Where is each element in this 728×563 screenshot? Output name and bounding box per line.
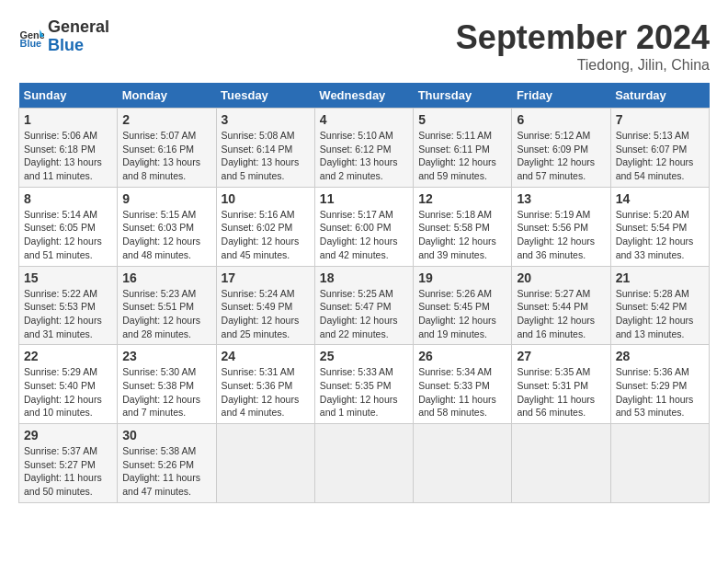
day-info: Sunrise: 5:18 AM Sunset: 5:58 PM Dayligh… [418,208,506,262]
day-number: 5 [418,112,506,127]
day-info: Sunrise: 5:23 AM Sunset: 5:51 PM Dayligh… [122,287,210,341]
day-number: 28 [616,349,704,363]
calendar-cell: 5Sunrise: 5:11 AM Sunset: 6:11 PM Daylig… [414,109,512,188]
day-number: 18 [320,270,408,285]
calendar-cell: 18Sunrise: 5:25 AM Sunset: 5:47 PM Dayli… [314,266,413,345]
day-number: 17 [222,270,310,285]
weekday-friday: Friday [512,83,610,109]
day-info: Sunrise: 5:15 AM Sunset: 6:03 PM Dayligh… [122,208,210,262]
day-number: 25 [320,349,408,363]
calendar-cell: 2Sunrise: 5:07 AM Sunset: 6:16 PM Daylig… [118,109,216,188]
day-number: 6 [517,112,605,127]
logo-icon: General Blue [18,24,44,50]
weekday-tuesday: Tuesday [216,83,314,109]
calendar-cell: 14Sunrise: 5:20 AM Sunset: 5:54 PM Dayli… [610,187,709,266]
logo: General Blue General Blue [18,18,109,55]
calendar-cell [314,424,413,503]
week-row-4: 22Sunrise: 5:29 AM Sunset: 5:40 PM Dayli… [19,345,710,424]
day-number: 23 [122,349,210,363]
day-number: 2 [122,112,210,127]
day-number: 3 [222,112,310,127]
day-info: Sunrise: 5:26 AM Sunset: 5:45 PM Dayligh… [418,287,506,341]
calendar-cell: 15Sunrise: 5:22 AM Sunset: 5:53 PM Dayli… [19,266,118,345]
day-info: Sunrise: 5:20 AM Sunset: 5:54 PM Dayligh… [616,208,704,262]
calendar-cell: 25Sunrise: 5:33 AM Sunset: 5:35 PM Dayli… [314,345,413,424]
day-info: Sunrise: 5:16 AM Sunset: 6:02 PM Dayligh… [222,208,310,262]
day-info: Sunrise: 5:29 AM Sunset: 5:40 PM Dayligh… [24,365,112,419]
day-info: Sunrise: 5:19 AM Sunset: 5:56 PM Dayligh… [517,208,605,262]
calendar-body: 1Sunrise: 5:06 AM Sunset: 6:18 PM Daylig… [19,109,710,503]
day-info: Sunrise: 5:12 AM Sunset: 6:09 PM Dayligh… [517,129,605,183]
day-info: Sunrise: 5:36 AM Sunset: 5:29 PM Dayligh… [616,365,704,419]
calendar-cell: 27Sunrise: 5:35 AM Sunset: 5:31 PM Dayli… [512,345,610,424]
calendar-cell: 28Sunrise: 5:36 AM Sunset: 5:29 PM Dayli… [610,345,709,424]
day-number: 21 [616,270,704,285]
logo-text: General Blue [48,18,109,55]
calendar-cell: 16Sunrise: 5:23 AM Sunset: 5:51 PM Dayli… [118,266,216,345]
calendar-cell: 29Sunrise: 5:37 AM Sunset: 5:27 PM Dayli… [19,424,118,503]
day-info: Sunrise: 5:33 AM Sunset: 5:35 PM Dayligh… [320,365,408,419]
day-info: Sunrise: 5:25 AM Sunset: 5:47 PM Dayligh… [320,287,408,341]
calendar-cell: 26Sunrise: 5:34 AM Sunset: 5:33 PM Dayli… [414,345,512,424]
day-number: 10 [222,191,310,206]
weekday-saturday: Saturday [610,83,709,109]
calendar-cell: 9Sunrise: 5:15 AM Sunset: 6:03 PM Daylig… [118,187,216,266]
calendar-cell: 30Sunrise: 5:38 AM Sunset: 5:26 PM Dayli… [118,424,216,503]
calendar-cell [414,424,512,503]
day-number: 8 [24,191,112,206]
calendar-cell: 11Sunrise: 5:17 AM Sunset: 6:00 PM Dayli… [314,187,413,266]
weekday-thursday: Thursday [414,83,512,109]
day-info: Sunrise: 5:13 AM Sunset: 6:07 PM Dayligh… [616,129,704,183]
day-info: Sunrise: 5:24 AM Sunset: 5:49 PM Dayligh… [222,287,310,341]
calendar-cell: 13Sunrise: 5:19 AM Sunset: 5:56 PM Dayli… [512,187,610,266]
calendar-cell: 1Sunrise: 5:06 AM Sunset: 6:18 PM Daylig… [19,109,118,188]
day-info: Sunrise: 5:27 AM Sunset: 5:44 PM Dayligh… [517,287,605,341]
day-info: Sunrise: 5:34 AM Sunset: 5:33 PM Dayligh… [418,365,506,419]
day-number: 29 [24,428,112,442]
day-info: Sunrise: 5:31 AM Sunset: 5:36 PM Dayligh… [222,365,310,419]
calendar-cell: 12Sunrise: 5:18 AM Sunset: 5:58 PM Dayli… [414,187,512,266]
day-number: 13 [517,191,605,206]
calendar-cell: 3Sunrise: 5:08 AM Sunset: 6:14 PM Daylig… [216,109,314,188]
day-number: 12 [418,191,506,206]
week-row-3: 15Sunrise: 5:22 AM Sunset: 5:53 PM Dayli… [19,266,710,345]
calendar-cell: 4Sunrise: 5:10 AM Sunset: 6:12 PM Daylig… [314,109,413,188]
day-number: 30 [122,428,210,442]
day-number: 14 [616,191,704,206]
calendar-cell: 23Sunrise: 5:30 AM Sunset: 5:38 PM Dayli… [118,345,216,424]
day-number: 26 [418,349,506,363]
weekday-wednesday: Wednesday [314,83,413,109]
calendar-cell: 21Sunrise: 5:28 AM Sunset: 5:42 PM Dayli… [610,266,709,345]
day-number: 20 [517,270,605,285]
logo-general: General [48,17,109,36]
location: Tiedong, Jilin, China [456,57,710,74]
week-row-1: 1Sunrise: 5:06 AM Sunset: 6:18 PM Daylig… [19,109,710,188]
day-number: 9 [122,191,210,206]
calendar-cell: 20Sunrise: 5:27 AM Sunset: 5:44 PM Dayli… [512,266,610,345]
calendar-cell: 17Sunrise: 5:24 AM Sunset: 5:49 PM Dayli… [216,266,314,345]
day-number: 24 [222,349,310,363]
day-info: Sunrise: 5:37 AM Sunset: 5:27 PM Dayligh… [24,444,112,499]
calendar-cell: 22Sunrise: 5:29 AM Sunset: 5:40 PM Dayli… [19,345,118,424]
calendar-cell: 19Sunrise: 5:26 AM Sunset: 5:45 PM Dayli… [414,266,512,345]
page-header: General Blue General Blue September 2024… [18,18,710,74]
month-title: September 2024 [456,18,710,57]
calendar-cell [512,424,610,503]
day-number: 16 [122,270,210,285]
logo-blue: Blue [48,36,84,54]
title-block: September 2024 Tiedong, Jilin, China [456,18,710,74]
day-number: 15 [24,270,112,285]
day-info: Sunrise: 5:06 AM Sunset: 6:18 PM Dayligh… [24,129,112,183]
day-number: 4 [320,112,408,127]
week-row-5: 29Sunrise: 5:37 AM Sunset: 5:27 PM Dayli… [19,424,710,503]
calendar-table: SundayMondayTuesdayWednesdayThursdayFrid… [18,83,710,503]
day-info: Sunrise: 5:22 AM Sunset: 5:53 PM Dayligh… [24,287,112,341]
calendar-cell: 8Sunrise: 5:14 AM Sunset: 6:05 PM Daylig… [19,187,118,266]
weekday-header-row: SundayMondayTuesdayWednesdayThursdayFrid… [19,83,710,109]
day-info: Sunrise: 5:38 AM Sunset: 5:26 PM Dayligh… [122,444,210,499]
day-number: 11 [320,191,408,206]
calendar-cell [216,424,314,503]
week-row-2: 8Sunrise: 5:14 AM Sunset: 6:05 PM Daylig… [19,187,710,266]
calendar-cell: 10Sunrise: 5:16 AM Sunset: 6:02 PM Dayli… [216,187,314,266]
day-number: 22 [24,349,112,363]
